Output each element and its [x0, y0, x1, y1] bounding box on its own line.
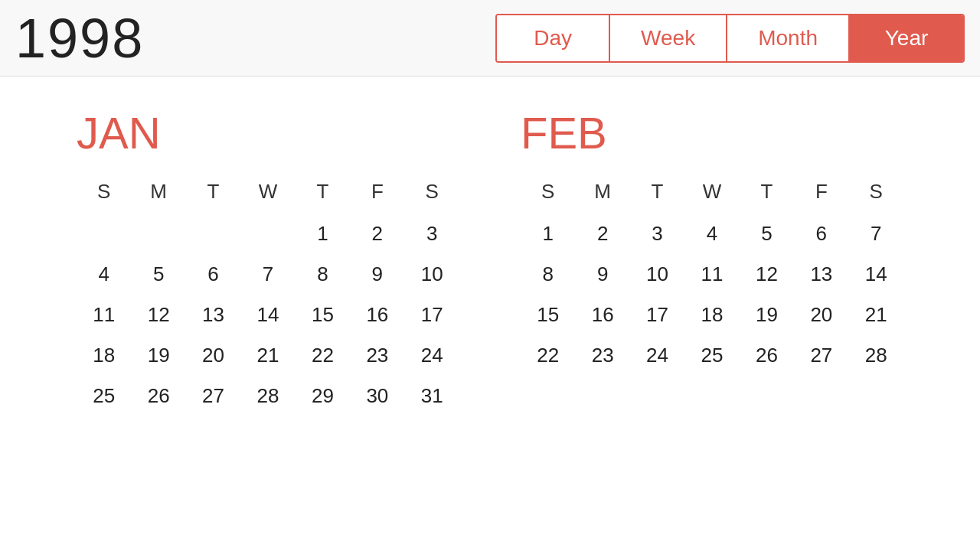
- calendar-day[interactable]: 13: [794, 256, 848, 292]
- calendar-day[interactable]: 9: [575, 256, 629, 292]
- calendar-day[interactable]: 20: [186, 337, 240, 373]
- jan-header-s2: S: [405, 174, 459, 210]
- calendar-day[interactable]: 5: [740, 216, 794, 252]
- calendar-day[interactable]: 22: [296, 337, 350, 373]
- calendar-day[interactable]: 25: [77, 378, 131, 414]
- calendar-day[interactable]: 12: [740, 256, 794, 292]
- month-feb: FEB S M T W T F S 1234567891011121314151…: [490, 107, 934, 414]
- calendar-day[interactable]: 14: [240, 297, 295, 333]
- view-btn-month[interactable]: Month: [727, 15, 850, 61]
- calendar-day[interactable]: 6: [186, 256, 240, 292]
- feb-grid: S M T W T F S 12345678910111213141516171…: [521, 174, 903, 373]
- calendar-day[interactable]: 13: [186, 297, 240, 333]
- calendar-day[interactable]: 14: [849, 256, 903, 292]
- calendar-container: JAN S M T W T F S 1234567891011121314151…: [0, 77, 980, 445]
- jan-day-headers: S M T W T F S: [77, 174, 459, 210]
- calendar-day[interactable]: 15: [296, 297, 350, 333]
- view-btn-day[interactable]: Day: [497, 15, 610, 61]
- calendar-day[interactable]: 8: [521, 256, 575, 292]
- calendar-day[interactable]: 9: [350, 256, 404, 292]
- feb-header-s2: S: [849, 174, 903, 210]
- feb-day-headers: S M T W T F S: [521, 174, 903, 210]
- calendar-day[interactable]: 28: [849, 337, 903, 373]
- calendar-day[interactable]: 4: [684, 216, 739, 252]
- view-switcher: Day Week Month Year: [495, 14, 965, 63]
- calendar-day[interactable]: 17: [405, 297, 459, 333]
- calendar-day[interactable]: 27: [794, 337, 848, 373]
- calendar-day[interactable]: 4: [77, 256, 131, 292]
- calendar-day[interactable]: 3: [405, 216, 459, 252]
- calendar-day[interactable]: 10: [630, 256, 684, 292]
- jan-header-w: W: [240, 174, 295, 210]
- feb-header-w: W: [684, 174, 739, 210]
- calendar-day[interactable]: 31: [405, 378, 459, 414]
- app-header: 1998 Day Week Month Year: [0, 0, 980, 77]
- calendar-day[interactable]: 16: [350, 297, 404, 333]
- calendar-day[interactable]: 18: [684, 297, 739, 333]
- jan-header-f: F: [350, 174, 404, 210]
- jan-header-t2: T: [296, 174, 350, 210]
- feb-header-s1: S: [521, 174, 575, 210]
- calendar-day[interactable]: 5: [131, 256, 185, 292]
- feb-days: 1234567891011121314151617181920212223242…: [521, 216, 903, 373]
- calendar-day[interactable]: 3: [630, 216, 684, 252]
- calendar-day[interactable]: 7: [240, 256, 295, 292]
- month-jan: JAN S M T W T F S 1234567891011121314151…: [46, 107, 490, 414]
- view-btn-week[interactable]: Week: [610, 15, 727, 61]
- jan-header-m: M: [131, 174, 185, 210]
- calendar-day[interactable]: 16: [575, 297, 629, 333]
- jan-grid: S M T W T F S 12345678910111213141516171…: [77, 174, 459, 414]
- calendar-day[interactable]: 2: [350, 216, 404, 252]
- calendar-day[interactable]: 21: [849, 297, 903, 333]
- calendar-day[interactable]: 15: [521, 297, 575, 333]
- jan-header-s1: S: [77, 174, 131, 210]
- calendar-day[interactable]: 24: [405, 337, 459, 373]
- calendar-day[interactable]: 23: [350, 337, 404, 373]
- calendar-day[interactable]: 23: [575, 337, 629, 373]
- calendar-day[interactable]: 26: [740, 337, 794, 373]
- calendar-day[interactable]: 11: [77, 297, 131, 333]
- calendar-day[interactable]: 26: [131, 378, 185, 414]
- calendar-day[interactable]: 22: [521, 337, 575, 373]
- calendar-day[interactable]: 1: [296, 216, 350, 252]
- feb-header-f: F: [794, 174, 848, 210]
- calendar-day[interactable]: 10: [405, 256, 459, 292]
- calendar-day[interactable]: 11: [684, 256, 739, 292]
- calendar-day[interactable]: 7: [849, 216, 903, 252]
- calendar-day[interactable]: 1: [521, 216, 575, 252]
- calendar-day[interactable]: 29: [296, 378, 350, 414]
- feb-header-t1: T: [630, 174, 684, 210]
- month-jan-name: JAN: [77, 107, 459, 158]
- calendar-day[interactable]: 24: [630, 337, 684, 373]
- calendar-day[interactable]: 18: [77, 337, 131, 373]
- jan-days: 1234567891011121314151617181920212223242…: [77, 216, 459, 414]
- calendar-day[interactable]: 17: [630, 297, 684, 333]
- calendar-day[interactable]: 2: [575, 216, 629, 252]
- calendar-day[interactable]: 19: [131, 337, 185, 373]
- feb-header-m: M: [575, 174, 629, 210]
- calendar-day[interactable]: 25: [684, 337, 739, 373]
- calendar-day[interactable]: 28: [240, 378, 295, 414]
- jan-header-t1: T: [186, 174, 240, 210]
- calendar-day[interactable]: 21: [240, 337, 295, 373]
- calendar-day[interactable]: 8: [296, 256, 350, 292]
- calendar-day[interactable]: 12: [131, 297, 185, 333]
- month-feb-name: FEB: [521, 107, 903, 158]
- calendar-day[interactable]: 27: [186, 378, 240, 414]
- feb-header-t2: T: [740, 174, 794, 210]
- calendar-day[interactable]: 6: [794, 216, 848, 252]
- view-btn-year[interactable]: Year: [850, 15, 963, 61]
- calendar-day[interactable]: 20: [794, 297, 848, 333]
- year-title: 1998: [15, 7, 144, 70]
- calendar-day[interactable]: 19: [740, 297, 794, 333]
- calendar-day[interactable]: 30: [350, 378, 404, 414]
